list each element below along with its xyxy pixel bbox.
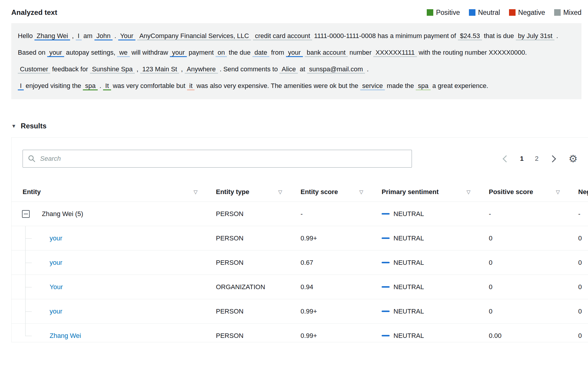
entity-highlight: sunspa@mail.com <box>307 65 365 74</box>
negative-score-cell: 0 <box>578 283 588 291</box>
sentiment-legend: PositiveNeutralNegativeMixed <box>427 9 581 17</box>
entity-cell: Zhang Wei <box>12 324 216 342</box>
text-run: , <box>70 32 75 40</box>
positive-score-cell: 0 <box>489 308 578 315</box>
text-run: was also very expensive. The amenities w… <box>195 82 360 89</box>
pagination-page-2[interactable]: 2 <box>535 155 538 163</box>
primary-sentiment-cell: NEUTRAL <box>382 210 489 218</box>
text-run: . <box>365 65 369 73</box>
entity-highlight: Alice <box>279 65 298 74</box>
entity-type-cell: PERSON <box>216 234 301 242</box>
entity-score-cell: 0.99+ <box>301 234 382 242</box>
search-icon <box>28 155 36 163</box>
entity-highlight: your <box>47 49 64 57</box>
entity-name: Zhang Wei (5) <box>42 210 83 218</box>
entity-link[interactable]: your <box>50 259 62 267</box>
sentiment-label: NEUTRAL <box>393 234 424 242</box>
neutral-sentiment-icon <box>382 286 390 288</box>
text-run: from <box>269 49 286 56</box>
entity-highlight: credit card account <box>253 32 312 40</box>
text-run: . <box>113 32 118 40</box>
search-input[interactable] <box>23 150 412 168</box>
search-box <box>23 150 412 168</box>
positive-score-cell: - <box>489 210 578 218</box>
pagination-page-1[interactable]: 1 <box>520 155 524 163</box>
entity-link[interactable]: your <box>50 234 62 242</box>
entity-highlight: Anywhere <box>185 65 218 74</box>
entity-highlight: spa <box>83 82 97 90</box>
table-row: Zhang WeiPERSON0.99+NEUTRAL0.000 <box>12 324 588 342</box>
negative-score-cell: 0 <box>578 308 588 315</box>
legend-item-neutral: Neutral <box>469 9 500 17</box>
table-row: YourORGANIZATION0.94NEUTRAL00 <box>12 275 588 299</box>
neutral-sentiment-icon <box>382 335 390 336</box>
entity-highlight: your <box>170 49 187 57</box>
primary-sentiment-cell: NEUTRAL <box>382 234 489 242</box>
results-table: Entity▽Entity type▽Entity score▽Primary … <box>12 182 588 342</box>
settings-gear-icon[interactable]: ⚙ <box>569 154 578 164</box>
entity-highlight: John <box>94 32 113 40</box>
text-run <box>251 32 253 40</box>
text-run: , <box>179 65 184 73</box>
analyzed-paragraph: Hello Zhang Wei , I am John . Your AnyCo… <box>18 28 575 61</box>
column-header-entity[interactable]: Entity▽ <box>12 188 216 196</box>
text-run: enjoyed visiting the <box>24 82 83 89</box>
entity-highlight: Your <box>118 32 135 40</box>
entity-score-cell: 0.99+ <box>301 332 382 340</box>
entity-type-cell: PERSON <box>216 332 301 340</box>
legend-label: Neutral <box>478 9 500 17</box>
column-header-entity-type[interactable]: Entity type▽ <box>216 188 301 196</box>
analyzed-paragraph: I enjoyed visiting the spa . It was very… <box>18 78 575 94</box>
sort-icon: ▽ <box>194 189 197 195</box>
column-header-positive-score[interactable]: Positive score▽ <box>489 188 578 196</box>
pagination-next-icon[interactable] <box>549 155 556 162</box>
column-header-negative-score[interactable]: Negative score▽ <box>578 188 588 196</box>
positive-score-cell: 0 <box>489 283 578 291</box>
collapse-row-button[interactable] <box>22 210 30 218</box>
results-section-toggle[interactable]: ▼ Results <box>11 122 588 130</box>
sentiment-label: NEUTRAL <box>393 210 424 218</box>
entity-highlight: AnyCompany Financial Services, LLC <box>137 32 251 40</box>
entity-highlight: spa <box>416 82 430 90</box>
negative-swatch-icon <box>509 9 516 16</box>
neutral-sentiment-icon <box>382 213 390 215</box>
positive-swatch-icon <box>427 9 433 16</box>
column-header-entity-score[interactable]: Entity score▽ <box>301 188 382 196</box>
column-label: Positive score <box>489 188 533 196</box>
entity-score-cell: - <box>301 210 382 218</box>
entity-link[interactable]: Your <box>50 283 63 291</box>
entity-type-cell: PERSON <box>216 210 301 218</box>
text-run: autopay settings, <box>64 49 117 56</box>
entity-highlight: your <box>286 49 303 57</box>
tree-connector-icon <box>25 251 32 275</box>
sort-icon: ▽ <box>359 189 363 195</box>
primary-sentiment-cell: NEUTRAL <box>382 308 489 315</box>
sort-icon: ▽ <box>556 189 560 195</box>
entity-highlight: we <box>117 49 129 57</box>
entity-score-cell: 0.94 <box>301 283 382 291</box>
column-header-primary-sentiment[interactable]: Primary sentiment▽ <box>382 188 489 196</box>
text-run: payment <box>187 49 216 56</box>
text-run: . Send comments to <box>218 65 280 73</box>
entity-highlight: bank account <box>305 49 348 57</box>
negative-score-cell: 0 <box>578 259 588 267</box>
column-label: Negative score <box>578 188 588 196</box>
entity-highlight: Sunshine Spa <box>90 65 135 74</box>
sentiment-label: NEUTRAL <box>393 332 424 340</box>
table-row: Zhang Wei (5)PERSON-NEUTRAL-- <box>12 202 588 226</box>
text-run: Hello <box>18 32 34 40</box>
entity-highlight: it <box>187 82 195 90</box>
results-card: 12 ⚙ Entity▽Entity type▽Entity score▽Pri… <box>11 137 588 342</box>
entity-cell: your <box>12 299 216 323</box>
negative-score-cell: 0 <box>578 234 588 242</box>
sentiment-label: NEUTRAL <box>393 259 424 267</box>
text-run: that is due <box>482 32 516 40</box>
text-run: made the <box>385 82 416 89</box>
column-label: Entity score <box>301 188 338 196</box>
text-run: number <box>348 49 374 56</box>
entity-link[interactable]: Zhang Wei <box>50 332 81 340</box>
collapse-triangle-icon: ▼ <box>11 124 16 129</box>
entity-highlight: date <box>252 49 269 57</box>
pagination-prev-icon[interactable] <box>502 155 510 162</box>
entity-link[interactable]: your <box>50 308 62 315</box>
